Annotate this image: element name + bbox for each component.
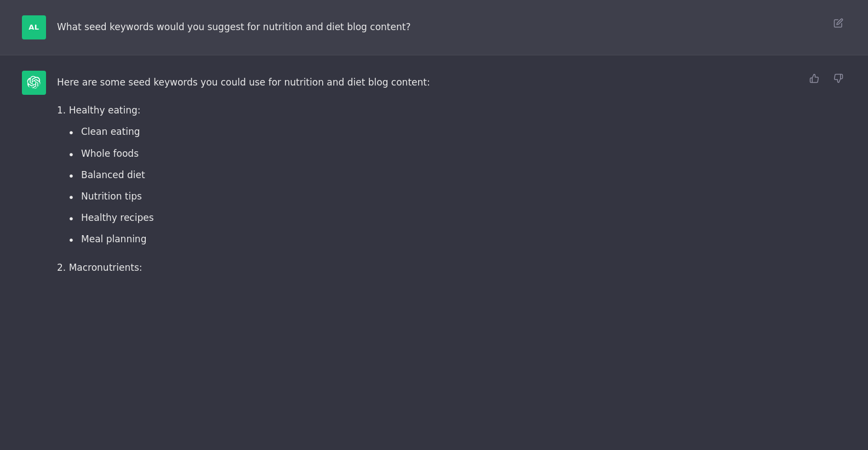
section-2: 2. Macronutrients:: [57, 260, 550, 275]
section-1: 1. Healthy eating: Clean eating Whole fo…: [57, 103, 550, 247]
section-1-bullet-list: Clean eating Whole foods Balanced diet N…: [57, 124, 550, 247]
user-avatar: AL: [22, 15, 46, 39]
user-message-block: AL What seed keywords would you suggest …: [0, 0, 868, 55]
section-1-heading: 1. Healthy eating:: [57, 103, 550, 118]
list-item: Healthy recipes: [68, 210, 550, 225]
assistant-message-actions: [807, 71, 846, 86]
user-message-content: What seed keywords would you suggest for…: [57, 15, 550, 35]
user-message-actions: [831, 15, 846, 31]
assistant-intro-text: Here are some seed keywords you could us…: [57, 75, 550, 90]
assistant-avatar: [22, 71, 46, 95]
list-item: Balanced diet: [68, 168, 550, 183]
list-item: Meal planning: [68, 232, 550, 247]
list-item: Whole foods: [68, 146, 550, 161]
list-item: Clean eating: [68, 124, 550, 139]
user-question-text: What seed keywords would you suggest for…: [57, 21, 410, 32]
list-item: Nutrition tips: [68, 189, 550, 204]
assistant-message-block: Here are some seed keywords you could us…: [0, 55, 868, 297]
thumbs-up-icon[interactable]: [807, 71, 822, 86]
assistant-message-content: Here are some seed keywords you could us…: [57, 71, 550, 282]
section-2-heading: 2. Macronutrients:: [57, 260, 550, 275]
thumbs-down-icon[interactable]: [831, 71, 846, 86]
edit-icon[interactable]: [831, 15, 846, 31]
